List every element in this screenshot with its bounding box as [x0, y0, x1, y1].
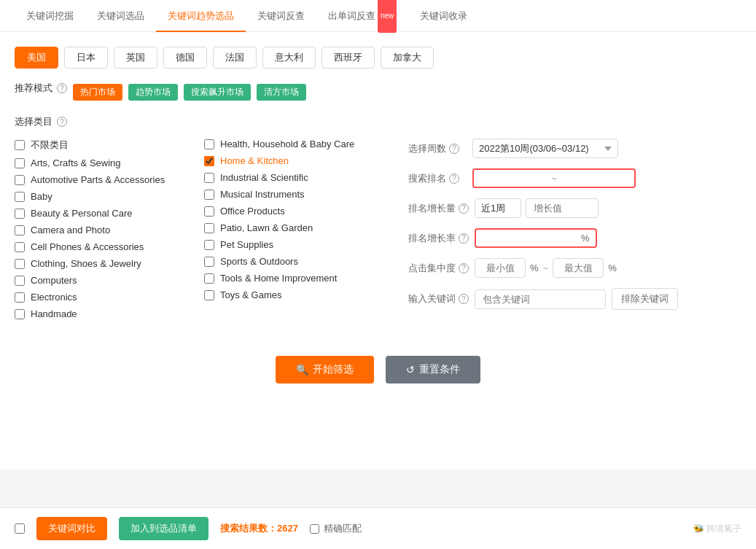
search-rank-label: 搜索排名 ? — [408, 172, 467, 185]
reset-button[interactable]: ↺ 重置条件 — [386, 356, 480, 383]
cat-home-kitchen[interactable]: Home & Kitchen — [204, 155, 394, 166]
click-sep: ~ — [543, 262, 549, 273]
growth-rate-value-input[interactable]: 10.0 — [531, 233, 575, 244]
top-nav: 关键词挖掘 关键词选品 关键词趋势选品 关键词反查 出单词反查 new 关键词收… — [0, 0, 756, 32]
search-rank-sep: ~ — [551, 173, 557, 184]
growth-period-select[interactable]: 近1周 — [475, 198, 521, 218]
click-unit-min: % — [530, 262, 539, 273]
mode-search[interactable]: 搜索飙升市场 — [184, 84, 251, 101]
search-rank-max-input[interactable]: 100000 — [563, 173, 628, 184]
growth-help-icon[interactable]: ? — [459, 203, 469, 214]
cat-beauty[interactable]: Beauty & Personal Care — [15, 208, 204, 219]
week-label: 选择周数 ? — [408, 142, 467, 155]
growth-value-input[interactable] — [526, 198, 599, 218]
search-rank-help-icon[interactable]: ? — [449, 174, 459, 184]
mode-help-icon[interactable]: ? — [57, 83, 67, 93]
country-france[interactable]: 法国 — [213, 47, 257, 69]
category-label: 选择类目 ? — [15, 115, 741, 128]
country-germany[interactable]: 德国 — [163, 47, 207, 69]
country-row: 美国 日本 英国 德国 法国 意大利 西班牙 加拿大 — [15, 47, 741, 69]
cat-musical[interactable]: Musical Instruments — [204, 189, 394, 200]
keyword-include-input[interactable] — [475, 289, 606, 309]
cat-electronics[interactable]: Electronics — [15, 292, 204, 303]
mode-label: 推荐模式 ? — [15, 82, 67, 95]
action-row: 🔍 开始筛选 ↺ 重置条件 — [15, 341, 741, 398]
mode-trend[interactable]: 趋势市场 — [128, 84, 178, 101]
growth-rate-period: 近1周 — [482, 233, 526, 244]
country-uk[interactable]: 英国 — [114, 47, 157, 69]
cat-clothing[interactable]: Clothing, Shoes & Jewelry — [15, 258, 204, 269]
exclude-keyword-button[interactable]: 排除关键词 — [612, 288, 678, 310]
cat-tools[interactable]: Tools & Home Improvement — [204, 273, 394, 284]
click-unit-max: % — [608, 262, 617, 273]
cat-health[interactable]: Health, Household & Baby Care — [204, 139, 394, 149]
category-help-icon[interactable]: ? — [57, 117, 67, 127]
country-spain[interactable]: 西班牙 — [322, 47, 375, 69]
nav-item-order-reverse[interactable]: 出单词反查 new — [316, 0, 408, 32]
mode-clear[interactable]: 清方市场 — [257, 84, 306, 101]
week-help-icon[interactable]: ? — [449, 144, 459, 154]
nav-item-keyword-selection[interactable]: 关键词选品 — [85, 0, 156, 32]
growth-row: 排名增长量 ? 近1周 — [408, 198, 741, 218]
cat-patio[interactable]: Patio, Lawn & Garden — [204, 222, 394, 233]
nav-item-keyword-record[interactable]: 关键词收录 — [408, 0, 479, 32]
mode-hot[interactable]: 热门市场 — [73, 84, 122, 101]
nav-item-trend-selection[interactable]: 关键词趋势选品 — [156, 0, 246, 32]
search-rank-min-input[interactable]: 10000 — [480, 173, 545, 184]
keyword-label: 输入关键词 ? — [408, 292, 469, 305]
cat-handmade[interactable]: Handmade — [15, 308, 204, 319]
click-min-input[interactable] — [475, 258, 526, 278]
cat-baby[interactable]: Baby — [15, 191, 204, 202]
search-rank-row: 搜索排名 ? 10000 ~ 100000 — [408, 168, 741, 188]
cat-automotive[interactable]: Automotive Parts & Accessories — [15, 174, 204, 185]
cat-sports[interactable]: Sports & Outdoors — [204, 256, 394, 267]
cat-arts[interactable]: Arts, Crafts & Sewing — [15, 157, 204, 168]
cat-pet[interactable]: Pet Supplies — [204, 239, 394, 250]
mode-row: 推荐模式 ? 热门市场 趋势市场 搜索飙升市场 清方市场 — [15, 82, 741, 102]
week-row: 选择周数 ? 2022第10周(03/06~03/12) — [408, 139, 741, 158]
cat-computers[interactable]: Computers — [15, 275, 204, 286]
cat-camera[interactable]: Camera and Photo — [15, 225, 204, 235]
growth-rate-label: 排名增长率 ? — [408, 232, 469, 245]
click-label: 点击集中度 ? — [408, 262, 469, 275]
country-usa[interactable]: 美国 — [15, 47, 58, 69]
growth-label: 排名增长量 ? — [408, 202, 469, 215]
click-row: 点击集中度 ? % ~ % — [408, 258, 741, 278]
filter-icon: 🔍 — [296, 364, 308, 375]
keyword-row: 输入关键词 ? 排除关键词 — [408, 288, 741, 310]
click-max-input[interactable] — [553, 258, 604, 278]
growth-rate-unit: % — [581, 233, 590, 244]
start-filter-button[interactable]: 🔍 开始筛选 — [276, 356, 374, 383]
new-badge: new — [378, 0, 397, 33]
reset-icon: ↺ — [406, 364, 415, 375]
cat-toys[interactable]: Toys & Games — [204, 289, 394, 300]
nav-item-keyword-mining[interactable]: 关键词挖掘 — [15, 0, 85, 32]
country-italy[interactable]: 意大利 — [262, 47, 316, 69]
growth-rate-row: 排名增长率 ? 近1周 10.0 % — [408, 228, 741, 248]
cat-unlimited[interactable]: 不限类目 — [15, 139, 204, 152]
cat-cellphones[interactable]: Cell Phones & Accessories — [15, 241, 204, 252]
country-japan[interactable]: 日本 — [64, 47, 108, 69]
week-select[interactable]: 2022第10周(03/06~03/12) — [472, 139, 618, 158]
country-canada[interactable]: 加拿大 — [381, 47, 434, 69]
growth-rate-help-icon[interactable]: ? — [459, 233, 469, 244]
cat-industrial[interactable]: Industrial & Scientific — [204, 172, 394, 183]
cat-office[interactable]: Office Products — [204, 206, 394, 217]
click-help-icon[interactable]: ? — [459, 263, 469, 273]
nav-item-reverse-lookup[interactable]: 关键词反查 — [246, 0, 316, 32]
keyword-help-icon[interactable]: ? — [459, 294, 469, 304]
